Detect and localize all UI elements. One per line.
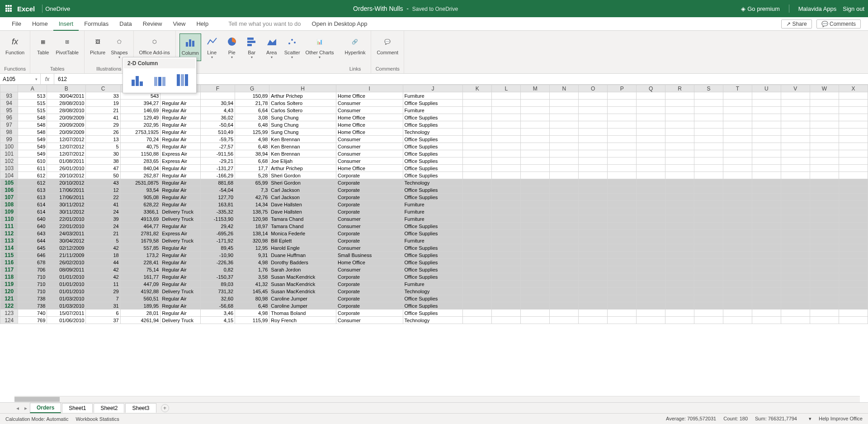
stacked-column-option[interactable] (150, 72, 169, 88)
cell[interactable] (694, 259, 723, 266)
cell[interactable] (608, 179, 637, 186)
cell[interactable] (723, 230, 752, 237)
cell[interactable] (492, 252, 521, 259)
cell[interactable] (781, 244, 810, 252)
cell[interactable] (810, 143, 839, 150)
cell[interactable]: 12,95 (235, 244, 269, 252)
row-header-110[interactable]: 110 (0, 215, 18, 223)
cell[interactable]: 28/08/2010 (47, 107, 86, 114)
100-stacked-column-option[interactable] (173, 72, 192, 88)
cell[interactable]: Regular Air (160, 194, 201, 201)
cell[interactable] (723, 92, 752, 100)
cell[interactable]: 7 (86, 295, 120, 302)
cell[interactable] (752, 136, 781, 143)
cell[interactable]: 120,98 (235, 215, 269, 223)
cell[interactable]: 20/09/2009 (47, 129, 86, 136)
cell[interactable]: 644 (18, 237, 47, 244)
cell[interactable]: Regular Air (160, 259, 201, 266)
cell[interactable] (492, 281, 521, 288)
cell[interactable]: 17/06/2011 (47, 194, 86, 201)
cell[interactable]: 42 (86, 273, 120, 281)
cell[interactable] (781, 194, 810, 201)
sign-out-button[interactable]: Sign out (843, 5, 864, 12)
cell[interactable]: 706 (18, 266, 47, 273)
cell[interactable] (723, 186, 752, 194)
cell[interactable] (463, 165, 492, 172)
cell[interactable]: Bill Eplett (269, 237, 336, 244)
cell[interactable]: Technology (403, 179, 463, 186)
cell[interactable] (839, 92, 868, 100)
cell[interactable] (752, 252, 781, 259)
cell[interactable] (608, 114, 637, 121)
cell[interactable]: Regular Air (160, 201, 201, 208)
column-header-X[interactable]: X (839, 85, 868, 92)
row-header-118[interactable]: 118 (0, 273, 18, 281)
column-header-W[interactable]: W (810, 85, 839, 92)
cell[interactable] (839, 121, 868, 129)
cell[interactable]: 557,85 (120, 244, 160, 252)
cell[interactable]: -10,90 (200, 252, 235, 259)
cell[interactable] (781, 186, 810, 194)
go-premium-button[interactable]: ◈Go premium (741, 5, 780, 12)
cell[interactable] (463, 114, 492, 121)
cell[interactable] (608, 252, 637, 259)
cell[interactable] (521, 179, 550, 186)
cell[interactable]: Office Supplies (403, 310, 463, 317)
cell[interactable]: 138,75 (235, 208, 269, 215)
cell[interactable] (608, 143, 637, 150)
open-in-desktop-button[interactable]: Open in Desktop App (307, 17, 373, 31)
cell[interactable] (781, 114, 810, 121)
cell[interactable]: 3,08 (235, 114, 269, 121)
cell[interactable]: Office Supplies (403, 302, 463, 310)
row-header-95[interactable]: 95 (0, 107, 18, 114)
cell[interactable]: 93,54 (120, 186, 160, 194)
cell[interactable] (637, 121, 665, 129)
cell[interactable] (752, 179, 781, 186)
cell[interactable] (723, 114, 752, 121)
cell[interactable] (839, 281, 868, 288)
cell[interactable] (637, 273, 665, 281)
cell[interactable] (579, 266, 608, 273)
cell[interactable] (839, 273, 868, 281)
row-header-103[interactable]: 103 (0, 165, 18, 172)
cell[interactable]: 08/09/2011 (47, 266, 86, 273)
cell[interactable]: Monica Federle (269, 230, 336, 237)
cell[interactable] (579, 136, 608, 143)
cell[interactable] (521, 165, 550, 172)
cell[interactable] (694, 295, 723, 302)
cell[interactable] (694, 150, 723, 157)
cell[interactable] (463, 230, 492, 237)
cell[interactable] (694, 107, 723, 114)
cell[interactable]: 89,03 (200, 281, 235, 288)
cell[interactable]: 21 (86, 230, 120, 237)
cell[interactable] (781, 136, 810, 143)
cell[interactable] (492, 266, 521, 273)
cell[interactable]: Office Supplies (403, 114, 463, 121)
cell[interactable] (579, 273, 608, 281)
cell[interactable] (550, 237, 579, 244)
cell[interactable]: 29 (86, 288, 120, 295)
cell[interactable] (694, 273, 723, 281)
cell[interactable] (694, 143, 723, 150)
cell[interactable] (810, 114, 839, 121)
cell[interactable] (694, 186, 723, 194)
cell[interactable]: -131,27 (200, 165, 235, 172)
cell[interactable] (665, 266, 694, 273)
cell[interactable]: Regular Air (160, 172, 201, 179)
cell[interactable]: Furniture (403, 208, 463, 215)
cell[interactable] (521, 302, 550, 310)
column-header-K[interactable]: K (463, 85, 492, 92)
cell[interactable] (694, 252, 723, 259)
cell[interactable] (665, 143, 694, 150)
cell[interactable]: Office Supplies (403, 273, 463, 281)
cell[interactable] (579, 172, 608, 179)
cell[interactable]: Furniture (403, 215, 463, 223)
cell[interactable]: 01/03/2010 (47, 302, 86, 310)
cell[interactable] (492, 273, 521, 281)
cell[interactable]: Office Supplies (403, 136, 463, 143)
cell[interactable] (665, 179, 694, 186)
cell[interactable] (752, 186, 781, 194)
cell[interactable] (579, 100, 608, 107)
tab-file[interactable]: File (6, 17, 27, 31)
cell[interactable]: 12/07/2012 (47, 150, 86, 157)
